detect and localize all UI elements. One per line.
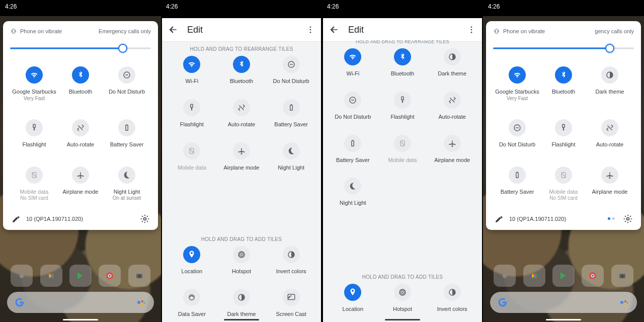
tile-dark-theme[interactable]: Dark theme xyxy=(427,48,477,77)
chrome-icon[interactable] xyxy=(99,265,121,287)
tile-dnd[interactable]: Do Not Disturb xyxy=(266,56,316,85)
tile-dnd[interactable]: Do Not Disturb xyxy=(104,66,150,101)
play-store-icon[interactable] xyxy=(69,265,92,287)
dock xyxy=(0,265,161,287)
tile-wifi[interactable]: Wi-Fi xyxy=(167,56,217,85)
svg-point-31 xyxy=(144,302,145,303)
status-bar: 4:26 xyxy=(483,0,644,16)
tile-location[interactable]: Location xyxy=(328,284,378,313)
search-bar[interactable] xyxy=(7,292,154,313)
tile-dark-theme[interactable]: Dark theme xyxy=(217,289,267,318)
gesture-nav-bar[interactable] xyxy=(385,319,420,320)
tile-flashlight[interactable]: Flashlight xyxy=(167,99,217,128)
edit-button[interactable] xyxy=(10,213,22,225)
clock: 4:26 xyxy=(5,3,17,10)
tile-mobile-data[interactable]: Mobile data xyxy=(167,142,217,172)
tile-mobile-data[interactable]: Mobile dataNo SIM card xyxy=(540,167,587,201)
back-button[interactable] xyxy=(168,25,178,35)
tile-battery-saver[interactable]: Battery Saver xyxy=(328,135,378,164)
photos-icon[interactable] xyxy=(523,265,545,287)
battery-icon xyxy=(118,119,135,136)
tile-flashlight[interactable]: Flashlight xyxy=(378,92,428,121)
gesture-nav-bar[interactable] xyxy=(546,319,581,320)
assistant-icon[interactable] xyxy=(618,296,630,308)
tile-autorotate[interactable]: Auto-rotate xyxy=(427,92,477,121)
play-store-icon[interactable] xyxy=(552,265,575,287)
back-button[interactable] xyxy=(329,25,339,35)
tile-airplane[interactable]: Airplane mode xyxy=(57,167,104,201)
tile-dark-theme[interactable]: Dark theme xyxy=(587,66,633,101)
camera-icon[interactable] xyxy=(128,265,150,287)
tile-flashlight[interactable]: Flashlight xyxy=(540,119,587,148)
tile-battery-saver[interactable]: Battery Saver xyxy=(266,99,316,128)
tile-night-light[interactable]: Night Light xyxy=(266,142,316,172)
overflow-button[interactable] xyxy=(306,25,315,34)
tile-invert-colors[interactable]: Invert colors xyxy=(427,284,477,313)
tile-invert-colors[interactable]: Invert colors xyxy=(266,246,316,275)
search-bar[interactable] xyxy=(490,292,637,313)
tile-dnd[interactable]: Do Not Disturb xyxy=(494,119,540,148)
tile-battery-saver[interactable]: Battery Saver xyxy=(494,167,540,201)
qs-edit-screen: Edit HOLD AND DRAG TO REARRANGE TILES Wi… xyxy=(162,18,321,322)
settings-button[interactable] xyxy=(622,213,634,225)
app-icon[interactable] xyxy=(494,265,516,287)
brightness-slider[interactable] xyxy=(10,42,151,54)
wifi-icon xyxy=(509,66,526,84)
status-bar: 4:26 xyxy=(0,0,161,16)
vibrate-label: Phone on vibrate xyxy=(20,28,62,34)
bluetooth-icon xyxy=(555,66,572,84)
tile-hotspot[interactable]: Hotspot xyxy=(378,284,428,313)
mobile-data-icon xyxy=(555,167,572,184)
svg-point-30 xyxy=(141,303,143,305)
vibrate-label: Phone on vibrate xyxy=(503,28,545,34)
tile-autorotate[interactable]: Auto-rotate xyxy=(587,119,633,148)
edit-button[interactable] xyxy=(493,213,505,225)
tile-mobile-data[interactable]: Mobile data xyxy=(378,135,428,164)
tile-wifi[interactable]: Google StarbucksVery Fast xyxy=(494,66,540,101)
tile-wifi[interactable]: Wi-Fi xyxy=(328,48,378,77)
back-icon xyxy=(329,25,339,35)
vibrate-icon xyxy=(10,28,17,35)
chrome-icon[interactable] xyxy=(582,265,604,287)
app-icon[interactable] xyxy=(11,265,33,287)
tile-battery-saver[interactable]: Battery Saver xyxy=(104,119,150,148)
svg-point-39 xyxy=(624,300,626,302)
tile-data-saver[interactable]: Data Saver xyxy=(167,289,217,318)
tile-bluetooth[interactable]: Bluetooth xyxy=(378,48,428,77)
tile-autorotate[interactable]: Auto-rotate xyxy=(57,119,104,148)
brightness-slider[interactable] xyxy=(493,42,634,54)
tile-bluetooth[interactable]: Bluetooth xyxy=(57,66,104,101)
tile-night-light[interactable]: Night Light xyxy=(328,178,378,207)
tile-airplane[interactable]: Airplane mode xyxy=(217,142,267,172)
build-label[interactable]: 10 (QP1A.190711.020) xyxy=(26,216,83,222)
night-light-icon xyxy=(118,167,135,184)
gesture-nav-bar[interactable] xyxy=(224,319,259,320)
autorotate-icon xyxy=(601,119,618,136)
tile-bluetooth[interactable]: Bluetooth xyxy=(217,56,267,85)
tile-airplane[interactable]: Airplane mode xyxy=(427,135,477,164)
emergency-label: Emergency calls only xyxy=(99,28,151,34)
svg-point-27 xyxy=(138,275,140,277)
gesture-nav-bar[interactable] xyxy=(63,319,98,320)
overflow-button[interactable] xyxy=(467,25,476,34)
photos-icon[interactable] xyxy=(40,265,62,287)
tile-mobile-data[interactable]: Mobile dataNo SIM card xyxy=(11,167,57,201)
tile-night-light[interactable]: Night LightOn at sunset xyxy=(104,167,150,201)
emergency-label: gency calls only xyxy=(595,28,634,34)
tile-autorotate[interactable]: Auto-rotate xyxy=(217,99,267,128)
assistant-icon[interactable] xyxy=(135,296,147,308)
tile-hotspot[interactable]: Hotspot xyxy=(217,246,267,275)
tile-screen-cast[interactable]: Screen Cast xyxy=(266,289,316,318)
tile-dnd[interactable]: Do Not Disturb xyxy=(328,92,378,121)
status-bar: 4:26 xyxy=(322,0,483,16)
settings-button[interactable] xyxy=(139,213,151,225)
tile-flashlight[interactable]: Flashlight xyxy=(11,119,57,148)
camera-icon[interactable] xyxy=(611,265,633,287)
tile-bluetooth[interactable]: Bluetooth xyxy=(540,66,587,101)
build-label[interactable]: 10 (QP1A.190711.020) xyxy=(509,216,566,222)
tile-location[interactable]: Location xyxy=(167,246,217,275)
tile-wifi[interactable]: Google StarbucksVery Fast xyxy=(11,66,57,101)
tile-airplane[interactable]: Airplane mode xyxy=(587,167,633,201)
pencil-icon xyxy=(12,214,21,223)
app-bar: Edit xyxy=(323,18,482,41)
